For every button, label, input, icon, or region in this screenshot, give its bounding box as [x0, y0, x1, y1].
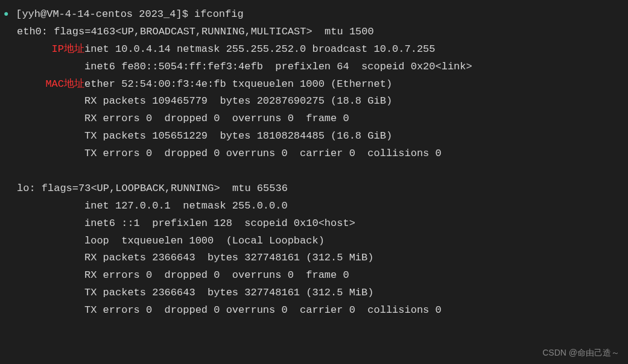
eth0-inet: inet 10.0.4.14 netmask 255.255.252.0 bro…: [84, 41, 436, 58]
eth0-tx-errors: TX errors 0 dropped 0 overruns 0 carrier…: [0, 145, 628, 163]
eth0-rx-errors: RX errors 0 dropped 0 overruns 0 frame 0: [0, 110, 628, 128]
command-input: ifconfig: [194, 8, 244, 20]
terminal-prompt-line[interactable]: ● [yyh@VM-4-14-centos 2023_4]$ ifconfig: [0, 6, 628, 24]
eth0-inet6: inet6 fe80::5054:ff:fef3:4efb prefixlen …: [0, 58, 628, 76]
eth0-tx-packets: TX packets 105651229 bytes 18108284485 (…: [0, 128, 628, 145]
eth0-inet-line: IP地址inet 10.0.4.14 netmask 255.255.252.0…: [0, 41, 628, 58]
ip-address-label: IP地址: [52, 43, 84, 55]
blank-line: [0, 163, 628, 180]
eth0-header: eth0: flags=4163<UP,BROADCAST,RUNNING,MU…: [0, 24, 628, 41]
watermark-text: CSDN @命由己造～: [542, 346, 620, 360]
shell-prompt: [yyh@VM-4-14-centos 2023_4]$: [16, 8, 194, 20]
mac-address-label: MAC地址: [45, 78, 84, 90]
lo-header: lo: flags=73<UP,LOOPBACK,RUNNING> mtu 65…: [0, 180, 628, 198]
lo-inet6: inet6 ::1 prefixlen 128 scopeid 0x10<hos…: [0, 215, 628, 233]
eth0-ether-line: MAC地址ether 52:54:00:f3:4e:fb txqueuelen …: [0, 76, 628, 93]
lo-tx-errors: TX errors 0 dropped 0 overruns 0 carrier…: [0, 302, 628, 319]
eth0-rx-packets: RX packets 109465779 bytes 20287690275 (…: [0, 93, 628, 110]
lo-rx-errors: RX errors 0 dropped 0 overruns 0 frame 0: [0, 267, 628, 284]
lo-rx-packets: RX packets 2366643 bytes 327748161 (312.…: [0, 249, 628, 267]
prompt-bullet: ●: [0, 7, 10, 22]
eth0-ether: ether 52:54:00:f3:4e:fb txqueuelen 1000 …: [84, 76, 392, 93]
lo-loop: loop txqueuelen 1000 (Local Loopback): [0, 233, 628, 250]
lo-inet: inet 127.0.0.1 netmask 255.0.0.0: [0, 198, 628, 215]
lo-tx-packets: TX packets 2366643 bytes 327748161 (312.…: [0, 284, 628, 302]
